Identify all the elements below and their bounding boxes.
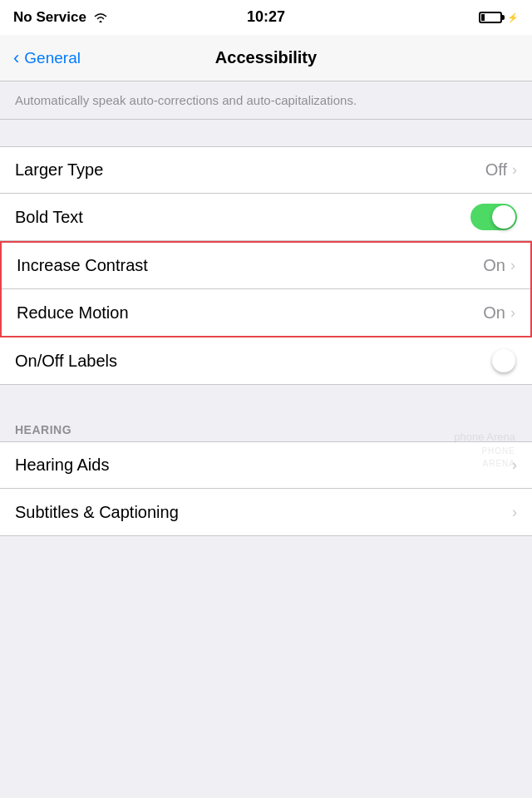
nav-bar: ‹ General Accessibility [0, 35, 532, 81]
status-bar: No Service 10:27 ⚡ [0, 0, 532, 35]
section-spacer-2 [0, 385, 532, 411]
subtitles-captioning-chevron-icon: › [512, 504, 517, 521]
page-title: Accessibility [215, 48, 317, 67]
toggle-thumb-2 [492, 349, 515, 372]
reduce-motion-value: On [483, 303, 505, 323]
onoff-labels-toggle[interactable] [470, 347, 517, 374]
hearing-aids-row[interactable]: Hearing Aids › [0, 442, 532, 489]
hearing-aids-chevron-icon: › [512, 456, 517, 474]
reduce-motion-row[interactable]: Reduce Motion On › [2, 289, 530, 336]
section-spacer-1 [0, 120, 532, 146]
hearing-group: Hearing Aids › Subtitles & Captioning › [0, 441, 532, 536]
reduce-motion-right: On › [483, 303, 515, 323]
increase-contrast-row[interactable]: Increase Contrast On › [2, 243, 530, 289]
carrier-info: No Service [13, 9, 108, 26]
back-label: General [24, 49, 81, 67]
status-time: 10:27 [247, 8, 285, 26]
contrast-motion-group: Increase Contrast On › Reduce Motion On … [0, 241, 532, 337]
larger-type-label: Larger Type [15, 160, 103, 180]
larger-type-value: Off [485, 160, 507, 180]
subtitles-captioning-right: › [512, 504, 517, 521]
onoff-labels-right [470, 347, 517, 374]
reduce-motion-chevron-icon: › [510, 304, 515, 322]
increase-contrast-label: Increase Contrast [17, 256, 148, 275]
battery-icon [479, 12, 502, 23]
larger-type-chevron-icon: › [512, 161, 517, 179]
settings-content: Automatically speak auto-corrections and… [0, 81, 532, 536]
bold-text-right [470, 204, 517, 230]
onoff-labels-row[interactable]: On/Off Labels [0, 337, 532, 384]
subtitles-captioning-label: Subtitles & Captioning [15, 503, 179, 522]
larger-type-right: Off › [485, 160, 517, 180]
hearing-aids-label: Hearing Aids [15, 456, 109, 475]
toggle-thumb [492, 205, 515, 229]
battery-area: ⚡ [479, 12, 519, 23]
subtitles-captioning-row[interactable]: Subtitles & Captioning › [0, 489, 532, 535]
increase-contrast-value: On [483, 256, 505, 275]
vision-group: Larger Type Off › Bold Text [0, 146, 532, 241]
bold-text-toggle[interactable] [470, 204, 517, 230]
bold-text-label: Bold Text [15, 208, 83, 227]
increase-contrast-right: On › [483, 256, 515, 275]
labels-group: On/Off Labels [0, 337, 532, 385]
hearing-section-header: HEARING [0, 411, 532, 441]
charging-bolt: ⚡ [507, 12, 519, 23]
bold-text-row[interactable]: Bold Text [0, 194, 532, 240]
reduce-motion-label: Reduce Motion [17, 303, 129, 323]
back-chevron-icon: ‹ [13, 49, 19, 67]
carrier-label: No Service [13, 9, 86, 26]
wifi-icon [93, 12, 108, 23]
increase-contrast-chevron-icon: › [510, 257, 515, 274]
hearing-aids-right: › [512, 456, 517, 474]
onoff-labels-label: On/Off Labels [15, 352, 117, 371]
larger-type-row[interactable]: Larger Type Off › [0, 147, 532, 194]
description-text: Automatically speak auto-corrections and… [0, 81, 532, 120]
back-button[interactable]: ‹ General [13, 49, 81, 67]
